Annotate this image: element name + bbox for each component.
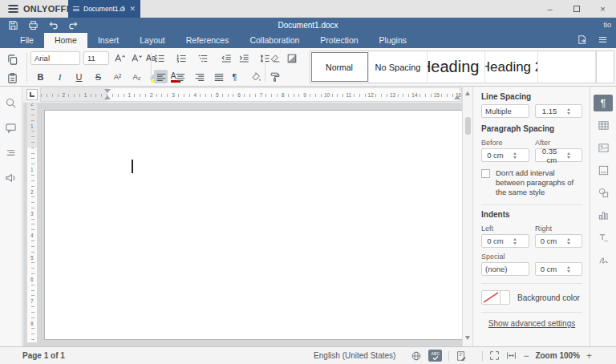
ruler-number: 3 bbox=[30, 210, 34, 217]
header-footer-settings-tab[interactable] bbox=[594, 162, 613, 179]
signature-settings-tab[interactable] bbox=[594, 252, 613, 269]
view-settings-button[interactable] bbox=[598, 34, 608, 48]
document-page[interactable] bbox=[44, 110, 462, 340]
menu-insert[interactable]: Insert bbox=[87, 33, 129, 48]
line-spacing-type-combo[interactable]: Multiple bbox=[481, 104, 529, 118]
background-color-button[interactable] bbox=[481, 290, 510, 305]
menu-file[interactable]: File bbox=[10, 33, 44, 48]
search-button[interactable] bbox=[3, 95, 19, 111]
menu-collaboration[interactable]: Collaboration bbox=[239, 33, 310, 48]
special-indent-spinner[interactable]: 0 cm bbox=[535, 262, 582, 276]
align-right-button[interactable] bbox=[192, 70, 206, 83]
first-line-indent-marker[interactable] bbox=[104, 89, 111, 93]
align-justify-button[interactable] bbox=[212, 70, 225, 83]
nonprinting-characters-button[interactable]: ¶ bbox=[231, 70, 245, 83]
advanced-settings-link[interactable]: Show advanced settings bbox=[481, 319, 582, 328]
superscript-button[interactable]: A² bbox=[111, 70, 124, 83]
font-name-combo[interactable]: Arial bbox=[30, 51, 80, 65]
indent-right-spinner[interactable]: 0 cm bbox=[535, 234, 583, 248]
menu-layout[interactable]: Layout bbox=[129, 33, 176, 48]
language-selector[interactable]: English (United States) bbox=[314, 351, 404, 360]
zoom-in-button[interactable]: + bbox=[586, 351, 592, 361]
horizontal-ruler[interactable]: 2112345678910111213141516 bbox=[40, 87, 462, 102]
open-file-location-button[interactable] bbox=[577, 34, 587, 48]
numbering-button[interactable] bbox=[176, 51, 193, 65]
redo-button[interactable] bbox=[67, 19, 79, 32]
paste-icon bbox=[6, 72, 18, 84]
navigation-button[interactable] bbox=[3, 144, 19, 160]
table-settings-tab[interactable] bbox=[594, 117, 613, 134]
multilevel-list-button[interactable] bbox=[197, 51, 215, 65]
menu-plugins[interactable]: Plugins bbox=[369, 33, 417, 48]
menu-home[interactable]: Home bbox=[44, 33, 87, 48]
chart-settings-tab[interactable] bbox=[594, 207, 613, 224]
track-changes-button[interactable] bbox=[456, 350, 476, 362]
color-schemes-button[interactable] bbox=[286, 51, 304, 65]
save-button[interactable] bbox=[6, 19, 19, 32]
feedback-button[interactable] bbox=[3, 169, 19, 185]
undo-button[interactable] bbox=[47, 19, 59, 32]
italic-button[interactable]: I bbox=[53, 70, 67, 83]
style-normal[interactable]: Normal bbox=[310, 51, 369, 83]
comments-button[interactable] bbox=[3, 119, 19, 135]
paste-button[interactable] bbox=[4, 70, 20, 86]
strikeout-button[interactable]: S bbox=[91, 70, 105, 83]
right-indent-marker[interactable] bbox=[454, 95, 460, 99]
document-tab[interactable]: Document1.docx ✕ bbox=[68, 0, 140, 18]
style-no-spacing[interactable]: No Spacing bbox=[369, 51, 428, 83]
vertical-ruler[interactable]: 2112345678 bbox=[26, 103, 38, 343]
align-left-button[interactable] bbox=[154, 70, 168, 83]
subscript-button[interactable]: A₂ bbox=[130, 70, 144, 83]
close-button[interactable]: × bbox=[590, 0, 616, 18]
bold-button[interactable]: B bbox=[34, 70, 47, 83]
zoom-out-button[interactable]: − bbox=[523, 351, 529, 361]
print-button[interactable] bbox=[26, 19, 39, 32]
underline-button[interactable]: U bbox=[72, 70, 86, 83]
decrease-font-button[interactable] bbox=[129, 51, 143, 65]
set-language-button[interactable] bbox=[411, 350, 422, 362]
scroll-down-arrow[interactable] bbox=[465, 336, 470, 340]
special-indent-combo[interactable]: (none) bbox=[481, 262, 529, 276]
image-settings-tab[interactable] bbox=[594, 140, 613, 156]
copy-style-button[interactable] bbox=[268, 70, 282, 83]
align-center-button[interactable] bbox=[173, 70, 187, 83]
fit-width-button[interactable] bbox=[506, 350, 517, 361]
indent-left-spinner[interactable]: 0 cm bbox=[481, 234, 529, 248]
paragraph-settings-tab[interactable]: ¶ bbox=[594, 95, 613, 111]
tab-menu-icon[interactable] bbox=[73, 6, 79, 11]
line-spacing-value-spinner[interactable]: 1.15 bbox=[535, 104, 582, 118]
increase-font-button[interactable] bbox=[112, 51, 126, 65]
menu-protection[interactable]: Protection bbox=[310, 33, 368, 48]
scroll-up-arrow[interactable] bbox=[465, 91, 470, 95]
tab-stop-selector[interactable] bbox=[26, 89, 38, 100]
styles-gallery-expand[interactable] bbox=[596, 51, 614, 83]
bullets-button[interactable] bbox=[154, 51, 172, 65]
font-name-value: Arial bbox=[34, 54, 70, 63]
ruler-number: 14 bbox=[411, 91, 418, 99]
decrease-indent-button[interactable] bbox=[219, 51, 233, 65]
font-size-combo[interactable]: 11 bbox=[83, 51, 109, 65]
user-name[interactable]: tio bbox=[603, 18, 611, 33]
text-art-settings-tab[interactable] bbox=[594, 229, 613, 246]
style-heading2[interactable]: Heading 2 bbox=[485, 51, 538, 83]
background-color-dropdown[interactable] bbox=[500, 291, 509, 304]
minimize-button[interactable]: – bbox=[537, 0, 563, 18]
hanging-indent-marker[interactable] bbox=[104, 95, 111, 99]
copy-button[interactable] bbox=[4, 51, 20, 67]
scrollbar-thumb[interactable] bbox=[465, 117, 471, 135]
fit-page-button[interactable] bbox=[489, 350, 500, 361]
style-heading1[interactable]: Heading 1 bbox=[428, 51, 485, 83]
clear-style-button[interactable] bbox=[268, 51, 282, 65]
spacing-after-spinner[interactable]: 0.35 cm bbox=[535, 148, 583, 162]
maximize-button[interactable] bbox=[563, 0, 590, 18]
zoom-level[interactable]: Zoom 100% bbox=[535, 351, 580, 360]
spinner-arrows-icon bbox=[506, 238, 527, 245]
spell-check-button[interactable]: ABC bbox=[428, 350, 442, 362]
tab-close-icon[interactable]: ✕ bbox=[129, 0, 136, 18]
menu-references[interactable]: References bbox=[176, 33, 240, 48]
shape-settings-tab[interactable] bbox=[594, 184, 613, 201]
spacing-before-spinner[interactable]: 0 cm bbox=[481, 148, 529, 162]
increase-indent-button[interactable] bbox=[237, 51, 250, 65]
same-style-interval-checkbox[interactable]: Don't add interval between paragraphs of… bbox=[481, 168, 582, 197]
vertical-scrollbar[interactable] bbox=[462, 87, 472, 346]
